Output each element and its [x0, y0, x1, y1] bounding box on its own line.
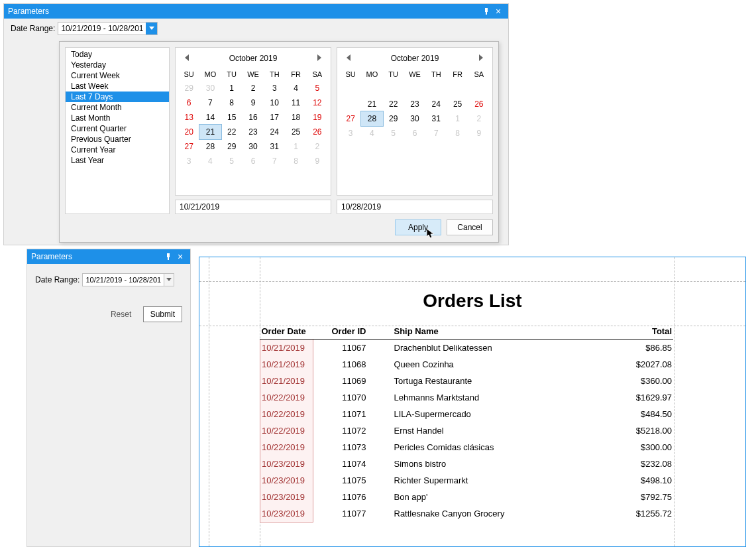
calendar-day[interactable]: 1: [221, 81, 243, 95]
dropdown-toggle-icon[interactable]: [164, 274, 174, 286]
calendar-day[interactable]: 26: [468, 97, 490, 111]
calendar-day[interactable]: 2: [468, 111, 490, 126]
calendar-day[interactable]: 10: [264, 95, 285, 110]
calendar-day[interactable]: 24: [264, 125, 285, 139]
preset-item[interactable]: Previous Quarter: [66, 134, 169, 145]
preset-item[interactable]: Last 7 Days: [66, 92, 169, 102]
calendar-day[interactable]: 15: [221, 110, 243, 125]
calendar-day[interactable]: 26: [307, 125, 328, 139]
date-range-input[interactable]: [58, 23, 146, 34]
preset-item[interactable]: Current Month: [66, 102, 169, 113]
next-month-icon[interactable]: [475, 52, 487, 64]
calendar-day[interactable]: 14: [199, 110, 221, 125]
end-date-input[interactable]: [337, 200, 493, 214]
calendar-day[interactable]: 11: [285, 95, 306, 110]
calendar-day[interactable]: 30: [199, 81, 221, 95]
calendar-day[interactable]: 17: [264, 110, 285, 125]
pin-icon[interactable]: [162, 251, 174, 263]
table-row: 10/22/201911072Ernst Handel$5218.00: [260, 422, 674, 439]
calendar-day[interactable]: 2: [307, 139, 328, 154]
calendar-day[interactable]: 8: [285, 154, 306, 168]
calendar-day[interactable]: 8: [221, 95, 243, 110]
calendar-day[interactable]: 29: [221, 139, 243, 154]
calendar-day[interactable]: 3: [178, 154, 199, 168]
calendar-day[interactable]: 12: [307, 95, 328, 110]
calendar-day[interactable]: 4: [285, 81, 306, 95]
calendar-day[interactable]: 18: [285, 110, 306, 125]
calendar-day[interactable]: 21: [199, 124, 221, 140]
calendar-day[interactable]: 3: [264, 81, 285, 95]
preset-item[interactable]: Current Quarter: [66, 123, 169, 134]
guide-line: [199, 281, 745, 282]
calendar-day[interactable]: 25: [285, 125, 306, 139]
calendar-day[interactable]: 24: [425, 97, 447, 111]
calendar-day[interactable]: 7: [425, 126, 447, 141]
preset-item[interactable]: Yesterday: [66, 60, 169, 70]
calendar-day[interactable]: 2: [243, 81, 264, 95]
calendar-day[interactable]: 22: [383, 97, 404, 111]
calendar-day[interactable]: 27: [340, 111, 361, 126]
calendar-day[interactable]: 31: [425, 111, 447, 126]
parameters-panel-bottom: Parameters × Date Range: Reset Submit: [27, 249, 191, 547]
dropdown-toggle-icon[interactable]: [146, 23, 157, 34]
calendar-day[interactable]: 9: [243, 95, 264, 110]
next-month-icon[interactable]: [313, 52, 325, 64]
calendar-day[interactable]: 23: [404, 97, 425, 111]
calendar-day[interactable]: 4: [361, 126, 382, 141]
prev-month-icon[interactable]: [181, 52, 193, 64]
ship-name-cell: Rattlesnake Canyon Grocery: [393, 505, 614, 522]
calendar-day[interactable]: 22: [221, 125, 243, 139]
calendar-day[interactable]: 16: [243, 110, 264, 125]
calendar-day[interactable]: 1: [285, 139, 306, 154]
date-range-field[interactable]: [82, 273, 174, 286]
calendar-day[interactable]: 28: [360, 111, 383, 127]
calendar-day[interactable]: 30: [404, 111, 425, 126]
calendar-day[interactable]: 1: [447, 111, 468, 126]
preset-item[interactable]: Last Week: [66, 81, 169, 92]
calendar-day[interactable]: 29: [383, 111, 404, 126]
calendar-day[interactable]: 19: [307, 110, 328, 125]
preset-item[interactable]: Current Week: [66, 70, 169, 81]
calendar-day: [425, 86, 447, 92]
calendar-day[interactable]: 8: [447, 126, 468, 141]
calendar-day[interactable]: 3: [340, 126, 361, 141]
calendar-day[interactable]: 9: [307, 154, 328, 168]
calendar-day[interactable]: 5: [307, 81, 328, 95]
calendar-day[interactable]: 6: [178, 95, 199, 110]
calendar-title[interactable]: October 2019: [229, 54, 278, 63]
calendar-day[interactable]: 9: [468, 126, 490, 141]
preset-item[interactable]: Last Year: [66, 155, 169, 166]
start-date-input[interactable]: [175, 200, 331, 214]
pin-icon[interactable]: [480, 5, 492, 17]
calendar-day[interactable]: 5: [383, 126, 404, 141]
calendar-day[interactable]: 23: [243, 125, 264, 139]
submit-button[interactable]: Submit: [143, 306, 182, 322]
close-icon[interactable]: ×: [174, 251, 186, 263]
preset-item[interactable]: Current Year: [66, 145, 169, 155]
total-cell: $5218.00: [614, 422, 673, 439]
calendar-day[interactable]: 25: [447, 97, 468, 111]
calendar-day[interactable]: 31: [264, 139, 285, 154]
calendar-day[interactable]: 28: [199, 139, 221, 154]
calendar-day[interactable]: 7: [199, 95, 221, 110]
close-icon[interactable]: ×: [492, 5, 504, 17]
calendar-day[interactable]: 6: [404, 126, 425, 141]
calendar-day[interactable]: 6: [243, 154, 264, 168]
prev-month-icon[interactable]: [343, 52, 354, 64]
calendar-day[interactable]: 21: [361, 97, 382, 111]
calendar-title[interactable]: October 2019: [391, 54, 439, 63]
preset-item[interactable]: Today: [66, 49, 169, 60]
preset-item[interactable]: Last Month: [66, 113, 169, 123]
calendar-day[interactable]: 20: [178, 125, 199, 139]
date-range-field[interactable]: [58, 22, 158, 35]
calendar-day[interactable]: 30: [243, 139, 264, 154]
calendar-day[interactable]: 27: [178, 139, 199, 154]
cancel-button[interactable]: Cancel: [447, 219, 493, 235]
date-range-input[interactable]: [83, 274, 164, 286]
calendar-day[interactable]: 4: [199, 154, 221, 168]
reset-button[interactable]: Reset: [105, 306, 138, 322]
calendar-day[interactable]: 7: [264, 154, 285, 168]
calendar-day[interactable]: 5: [221, 154, 243, 168]
calendar-day[interactable]: 29: [178, 81, 199, 95]
calendar-day[interactable]: 13: [178, 110, 199, 125]
